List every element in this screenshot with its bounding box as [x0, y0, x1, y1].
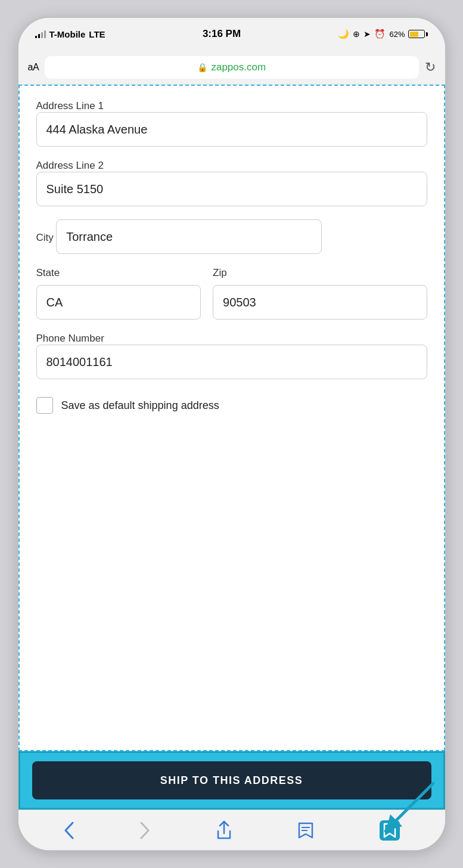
phone-input[interactable]	[36, 345, 427, 379]
bookmarks-button[interactable]	[288, 816, 323, 845]
battery-percent-label: 62%	[389, 30, 405, 39]
navigation-icon: ➤	[363, 29, 371, 39]
signal-icon	[35, 30, 46, 38]
lock-icon: 🔒	[197, 63, 207, 72]
address-line2-input[interactable]	[36, 172, 427, 206]
state-zip-row: State Zip	[36, 267, 427, 320]
city-label: City	[36, 232, 54, 243]
carrier-label: T-Mobile	[49, 29, 86, 39]
default-address-checkbox[interactable]	[36, 397, 53, 414]
browser-bar: aA 🔒 zappos.com ↻	[18, 50, 445, 85]
status-right: 🌙 ⊕ ➤ ⏰ 62%	[338, 29, 428, 39]
share-button[interactable]	[207, 816, 241, 845]
back-button[interactable]	[54, 816, 83, 845]
zip-label: Zip	[213, 267, 427, 279]
font-size-control[interactable]: aA	[28, 62, 39, 73]
alarm-icon: ⏰	[374, 29, 386, 39]
time-label: 3:16 PM	[203, 28, 241, 40]
url-text: zappos.com	[211, 61, 266, 73]
network-label: LTE	[89, 29, 105, 39]
status-left: T-Mobile LTE	[35, 29, 105, 39]
phone-frame: T-Mobile LTE 3:16 PM 🌙 ⊕ ➤ ⏰ 62% aA 🔒	[17, 17, 446, 851]
moon-icon: 🌙	[338, 29, 349, 39]
default-address-label: Save as default shipping address	[61, 399, 219, 412]
content-area: Address Line 1 Address Line 2 City State…	[18, 85, 445, 751]
state-field-group: State	[36, 267, 201, 320]
battery-icon	[408, 30, 428, 38]
city-input[interactable]	[56, 219, 322, 254]
bottom-nav	[18, 810, 445, 850]
refresh-button[interactable]: ↻	[425, 60, 436, 75]
location-icon: ⊕	[353, 29, 360, 39]
state-input[interactable]	[36, 285, 201, 320]
submit-area: SHIP TO THIS ADDRESS	[18, 751, 445, 810]
url-bar[interactable]: 🔒 zappos.com	[45, 56, 418, 79]
ship-to-address-button[interactable]: SHIP TO THIS ADDRESS	[32, 761, 431, 799]
state-label: State	[36, 267, 201, 279]
forward-button[interactable]	[130, 816, 160, 845]
address-form: Address Line 1 Address Line 2 City State…	[20, 86, 444, 445]
address-line1-label: Address Line 1	[36, 100, 104, 111]
status-bar: T-Mobile LTE 3:16 PM 🌙 ⊕ ➤ ⏰ 62%	[18, 18, 445, 50]
default-address-row: Save as default shipping address	[36, 397, 427, 426]
zip-input[interactable]	[213, 285, 427, 320]
zip-field-group: Zip	[213, 267, 427, 320]
tabs-button[interactable]	[370, 814, 409, 847]
address-line1-input[interactable]	[36, 112, 427, 147]
phone-label: Phone Number	[36, 333, 104, 344]
address-line2-label: Address Line 2	[36, 160, 104, 171]
